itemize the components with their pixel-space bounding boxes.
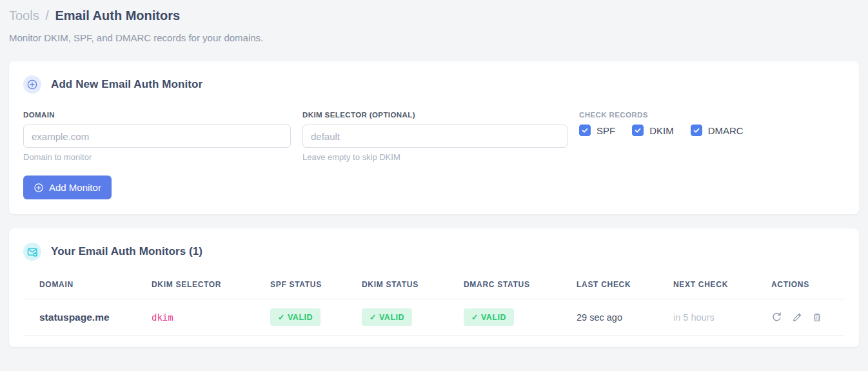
monitor-next-check: in 5 hours: [673, 299, 771, 336]
page-title: Email Auth Monitors: [55, 8, 180, 23]
add-monitor-button-label: Add Monitor: [49, 182, 101, 193]
checkbox-dmarc-box[interactable]: [691, 125, 702, 136]
check-records-options: SPF DKIM DMARC: [579, 125, 845, 136]
refresh-icon[interactable]: [771, 312, 782, 323]
col-header-dkim-status: DKIM STATUS: [362, 272, 464, 299]
checkbox-dkim[interactable]: DKIM: [632, 125, 674, 136]
checkbox-dkim-label: DKIM: [649, 125, 674, 136]
checkbox-dmarc-label: DMARC: [708, 125, 744, 136]
checkbox-dmarc[interactable]: DMARC: [691, 125, 744, 136]
checkbox-spf-box[interactable]: [579, 125, 591, 136]
delete-icon[interactable]: [812, 312, 822, 323]
monitor-last-check: 29 sec ago: [577, 299, 673, 336]
edit-icon[interactable]: [792, 312, 802, 323]
breadcrumb: Tools / Email Auth Monitors: [9, 0, 859, 23]
col-header-dmarc-status: DMARC STATUS: [464, 272, 577, 299]
plus-circle-icon: [23, 75, 41, 94]
checkbox-dkim-box[interactable]: [632, 125, 644, 136]
spf-status-badge: ✓ VALID: [270, 308, 321, 326]
checkbox-spf[interactable]: SPF: [579, 125, 615, 136]
add-monitor-form: DOMAIN Domain to monitor DKIM SELECTOR (…: [23, 111, 845, 162]
dkim-selector-field-group: DKIM SELECTOR (OPTIONAL) Leave empty to …: [302, 111, 567, 162]
page: Tools / Email Auth Monitors Monitor DKIM…: [0, 0, 868, 347]
table-header-row: DOMAIN DKIM SELECTOR SPF STATUS DKIM STA…: [23, 272, 845, 299]
col-header-dkim-selector: DKIM SELECTOR: [152, 272, 270, 299]
dkim-status-badge: ✓ VALID: [362, 308, 412, 326]
monitors-table: DOMAIN DKIM SELECTOR SPF STATUS DKIM STA…: [23, 272, 845, 336]
domain-input[interactable]: [23, 125, 291, 148]
email-check-icon: [23, 243, 41, 261]
dkim-selector-label: DKIM SELECTOR (OPTIONAL): [302, 111, 567, 119]
domain-field-group: DOMAIN Domain to monitor: [23, 111, 291, 162]
col-header-next-check: NEXT CHECK: [673, 272, 771, 299]
plus-circle-icon: [34, 183, 44, 193]
dmarc-status-badge: ✓ VALID: [464, 308, 514, 326]
col-header-spf-status: SPF STATUS: [270, 272, 362, 299]
col-header-last-check: LAST CHECK: [577, 272, 673, 299]
monitors-card-header: Your Email Auth Monitors (1): [23, 243, 845, 261]
domain-label: DOMAIN: [23, 111, 291, 119]
add-monitor-button[interactable]: Add Monitor: [23, 175, 112, 199]
monitor-dkim-selector: dkim: [152, 299, 270, 336]
monitors-title: Your Email Auth Monitors (1): [51, 245, 202, 258]
domain-hint: Domain to monitor: [23, 152, 291, 162]
col-header-domain: DOMAIN: [23, 272, 152, 299]
add-monitor-title: Add New Email Auth Monitor: [51, 78, 202, 91]
monitor-domain: statuspage.me: [23, 299, 152, 336]
add-monitor-card: Add New Email Auth Monitor DOMAIN Domain…: [9, 61, 859, 214]
row-actions: [771, 312, 845, 323]
col-header-actions: ACTIONS: [771, 272, 845, 299]
checkbox-spf-label: SPF: [597, 125, 615, 136]
check-records-label: CHECK RECORDS: [579, 111, 845, 119]
monitors-card: Your Email Auth Monitors (1) DOMAIN DKIM…: [9, 228, 859, 347]
dkim-selector-input[interactable]: [302, 125, 567, 148]
check-records-group: CHECK RECORDS SPF DKIM: [579, 111, 845, 162]
breadcrumb-tools-link[interactable]: Tools: [9, 8, 39, 23]
breadcrumb-separator: /: [43, 8, 52, 23]
add-monitor-card-header: Add New Email Auth Monitor: [23, 75, 845, 94]
dkim-selector-hint: Leave empty to skip DKIM: [302, 152, 567, 162]
table-row: statuspage.me dkim ✓ VALID ✓ VALID ✓ VAL…: [23, 299, 845, 336]
page-subtitle: Monitor DKIM, SPF, and DMARC records for…: [9, 32, 859, 43]
